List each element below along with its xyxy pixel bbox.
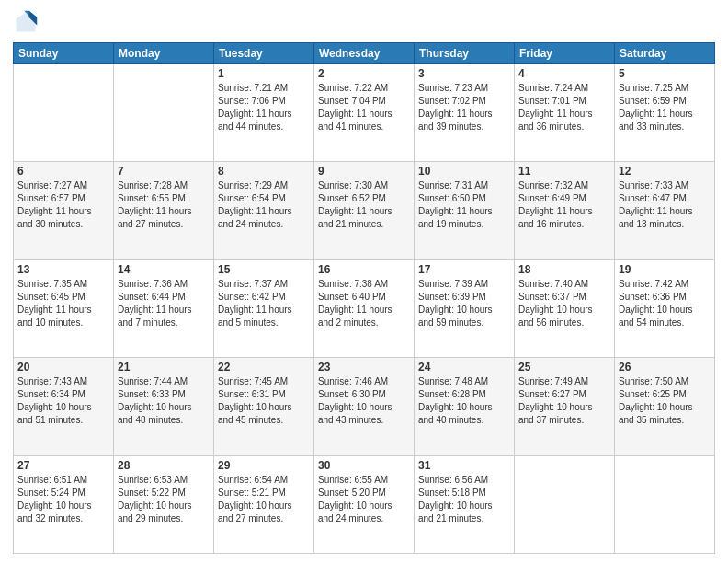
page: SundayMondayTuesdayWednesdayThursdayFrid… (0, 0, 728, 563)
day-number: 31 (418, 459, 510, 472)
day-cell (114, 64, 214, 162)
header (13, 9, 715, 35)
week-row-4: 20Sunrise: 7:43 AM Sunset: 6:34 PM Dayli… (14, 358, 715, 455)
day-cell: 5Sunrise: 7:25 AM Sunset: 6:59 PM Daylig… (615, 64, 715, 162)
day-info: Sunrise: 7:29 AM Sunset: 6:54 PM Dayligh… (218, 179, 310, 231)
day-cell: 10Sunrise: 7:31 AM Sunset: 6:50 PM Dayli… (415, 162, 515, 259)
day-info: Sunrise: 7:48 AM Sunset: 6:28 PM Dayligh… (418, 375, 510, 427)
day-info: Sunrise: 7:28 AM Sunset: 6:55 PM Dayligh… (118, 179, 210, 231)
day-number: 20 (17, 361, 109, 373)
day-number: 23 (318, 361, 410, 373)
day-cell: 8Sunrise: 7:29 AM Sunset: 6:54 PM Daylig… (214, 162, 314, 259)
day-info: Sunrise: 7:38 AM Sunset: 6:40 PM Dayligh… (318, 278, 410, 329)
day-number: 30 (318, 459, 410, 472)
day-number: 2 (318, 67, 410, 80)
day-number: 8 (218, 165, 310, 178)
day-info: Sunrise: 7:21 AM Sunset: 7:06 PM Dayligh… (218, 82, 310, 133)
day-cell: 7Sunrise: 7:28 AM Sunset: 6:55 PM Daylig… (114, 162, 214, 259)
day-info: Sunrise: 6:51 AM Sunset: 5:24 PM Dayligh… (17, 474, 109, 525)
day-info: Sunrise: 7:32 AM Sunset: 6:49 PM Dayligh… (518, 179, 610, 231)
day-number: 6 (17, 165, 109, 178)
day-number: 9 (318, 165, 410, 178)
day-info: Sunrise: 7:23 AM Sunset: 7:02 PM Dayligh… (418, 82, 510, 133)
day-info: Sunrise: 6:54 AM Sunset: 5:21 PM Dayligh… (218, 474, 310, 525)
day-info: Sunrise: 6:55 AM Sunset: 5:20 PM Dayligh… (318, 474, 410, 525)
day-cell: 29Sunrise: 6:54 AM Sunset: 5:21 PM Dayli… (214, 455, 314, 553)
day-number: 17 (418, 263, 510, 276)
calendar-table: SundayMondayTuesdayWednesdayThursdayFrid… (13, 42, 715, 554)
col-header-tuesday: Tuesday (214, 43, 314, 64)
day-cell: 24Sunrise: 7:48 AM Sunset: 6:28 PM Dayli… (415, 358, 515, 455)
day-number: 5 (619, 67, 711, 80)
day-info: Sunrise: 7:40 AM Sunset: 6:37 PM Dayligh… (518, 278, 610, 329)
day-number: 7 (118, 165, 210, 178)
day-info: Sunrise: 7:27 AM Sunset: 6:57 PM Dayligh… (17, 179, 109, 231)
day-info: Sunrise: 6:53 AM Sunset: 5:22 PM Dayligh… (118, 474, 210, 525)
day-info: Sunrise: 7:37 AM Sunset: 6:42 PM Dayligh… (218, 278, 310, 329)
logo-icon (13, 9, 39, 35)
day-cell: 23Sunrise: 7:46 AM Sunset: 6:30 PM Dayli… (314, 358, 415, 455)
col-header-wednesday: Wednesday (314, 43, 415, 64)
day-cell: 15Sunrise: 7:37 AM Sunset: 6:42 PM Dayli… (214, 259, 314, 357)
week-row-5: 27Sunrise: 6:51 AM Sunset: 5:24 PM Dayli… (14, 455, 715, 553)
day-cell: 4Sunrise: 7:24 AM Sunset: 7:01 PM Daylig… (515, 64, 615, 162)
day-number: 24 (418, 361, 510, 373)
day-cell: 12Sunrise: 7:33 AM Sunset: 6:47 PM Dayli… (615, 162, 715, 259)
day-cell: 3Sunrise: 7:23 AM Sunset: 7:02 PM Daylig… (415, 64, 515, 162)
day-cell: 27Sunrise: 6:51 AM Sunset: 5:24 PM Dayli… (14, 455, 114, 553)
day-number: 27 (17, 459, 109, 472)
day-number: 4 (518, 67, 610, 80)
day-number: 28 (118, 459, 210, 472)
day-cell: 13Sunrise: 7:35 AM Sunset: 6:45 PM Dayli… (14, 259, 114, 357)
day-number: 22 (218, 361, 310, 373)
day-info: Sunrise: 7:46 AM Sunset: 6:30 PM Dayligh… (318, 375, 410, 427)
day-cell: 26Sunrise: 7:50 AM Sunset: 6:25 PM Dayli… (615, 358, 715, 455)
day-info: Sunrise: 7:42 AM Sunset: 6:36 PM Dayligh… (619, 278, 711, 329)
day-info: Sunrise: 7:33 AM Sunset: 6:47 PM Dayligh… (619, 179, 711, 231)
day-info: Sunrise: 7:30 AM Sunset: 6:52 PM Dayligh… (318, 179, 410, 231)
day-cell: 2Sunrise: 7:22 AM Sunset: 7:04 PM Daylig… (314, 64, 415, 162)
logo (13, 9, 42, 35)
day-number: 1 (218, 67, 310, 80)
day-number: 18 (518, 263, 610, 276)
day-cell: 22Sunrise: 7:45 AM Sunset: 6:31 PM Dayli… (214, 358, 314, 455)
day-cell (14, 64, 114, 162)
day-number: 12 (619, 165, 711, 178)
day-cell: 1Sunrise: 7:21 AM Sunset: 7:06 PM Daylig… (214, 64, 314, 162)
day-number: 13 (17, 263, 109, 276)
day-info: Sunrise: 7:24 AM Sunset: 7:01 PM Dayligh… (518, 82, 610, 133)
day-number: 19 (619, 263, 711, 276)
day-number: 11 (518, 165, 610, 178)
col-header-saturday: Saturday (615, 43, 715, 64)
col-header-friday: Friday (515, 43, 615, 64)
day-cell: 19Sunrise: 7:42 AM Sunset: 6:36 PM Dayli… (615, 259, 715, 357)
day-cell (615, 455, 715, 553)
day-info: Sunrise: 7:50 AM Sunset: 6:25 PM Dayligh… (619, 375, 711, 427)
day-number: 14 (118, 263, 210, 276)
day-cell: 20Sunrise: 7:43 AM Sunset: 6:34 PM Dayli… (14, 358, 114, 455)
day-number: 25 (518, 361, 610, 373)
day-cell: 9Sunrise: 7:30 AM Sunset: 6:52 PM Daylig… (314, 162, 415, 259)
day-info: Sunrise: 7:45 AM Sunset: 6:31 PM Dayligh… (218, 375, 310, 427)
day-cell: 18Sunrise: 7:40 AM Sunset: 6:37 PM Dayli… (515, 259, 615, 357)
week-row-3: 13Sunrise: 7:35 AM Sunset: 6:45 PM Dayli… (14, 259, 715, 357)
week-row-2: 6Sunrise: 7:27 AM Sunset: 6:57 PM Daylig… (14, 162, 715, 259)
week-row-1: 1Sunrise: 7:21 AM Sunset: 7:06 PM Daylig… (14, 64, 715, 162)
day-number: 3 (418, 67, 510, 80)
day-cell: 14Sunrise: 7:36 AM Sunset: 6:44 PM Dayli… (114, 259, 214, 357)
col-header-monday: Monday (114, 43, 214, 64)
day-info: Sunrise: 7:44 AM Sunset: 6:33 PM Dayligh… (118, 375, 210, 427)
day-info: Sunrise: 7:43 AM Sunset: 6:34 PM Dayligh… (17, 375, 109, 427)
day-number: 29 (218, 459, 310, 472)
day-number: 16 (318, 263, 410, 276)
day-info: Sunrise: 6:56 AM Sunset: 5:18 PM Dayligh… (418, 474, 510, 525)
day-number: 15 (218, 263, 310, 276)
day-cell (515, 455, 615, 553)
day-cell: 25Sunrise: 7:49 AM Sunset: 6:27 PM Dayli… (515, 358, 615, 455)
day-cell: 21Sunrise: 7:44 AM Sunset: 6:33 PM Dayli… (114, 358, 214, 455)
day-cell: 17Sunrise: 7:39 AM Sunset: 6:39 PM Dayli… (415, 259, 515, 357)
day-cell: 28Sunrise: 6:53 AM Sunset: 5:22 PM Dayli… (114, 455, 214, 553)
day-number: 21 (118, 361, 210, 373)
day-number: 26 (619, 361, 711, 373)
day-info: Sunrise: 7:31 AM Sunset: 6:50 PM Dayligh… (418, 179, 510, 231)
